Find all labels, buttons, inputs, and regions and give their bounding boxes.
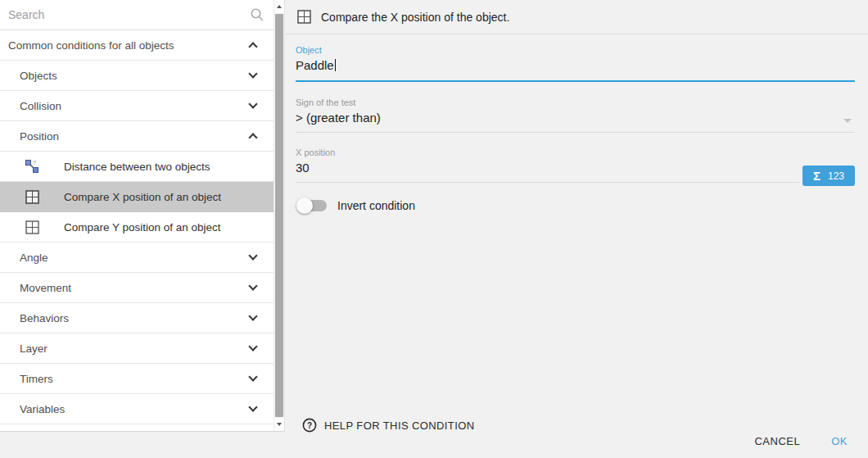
help-link[interactable]: ? HELP FOR THIS CONDITION <box>302 418 475 433</box>
sidebar-item-common-conditions[interactable]: Common conditions for all objects <box>0 30 274 61</box>
scrollbar-thumb[interactable] <box>275 14 283 417</box>
expression-editor-button[interactable]: Σ 123 <box>802 166 855 186</box>
text-caret <box>335 59 336 71</box>
invert-condition-row: Invert condition <box>296 199 855 212</box>
help-icon: ? <box>302 418 317 433</box>
search-icon <box>249 7 265 23</box>
condition-title: Compare the X position of the object. <box>321 11 509 24</box>
x-position-field-label: X position <box>296 147 799 157</box>
sidebar-item-behaviors[interactable]: Behaviors <box>0 303 274 333</box>
sidebar-scrollbar[interactable] <box>274 0 284 431</box>
search-bar <box>0 0 274 30</box>
compare-position-icon <box>297 10 311 24</box>
sidebar-item-position[interactable]: Position <box>0 121 274 152</box>
chevron-down-icon <box>248 342 257 351</box>
svg-text:?: ? <box>33 159 36 166</box>
object-field-group: Object Paddle <box>296 45 855 82</box>
chevron-down-icon <box>248 311 257 320</box>
chevron-down-icon <box>248 402 257 411</box>
chevron-down-icon <box>248 372 257 381</box>
sidebar-item-collision[interactable]: Collision <box>0 91 274 121</box>
x-position-underline <box>296 182 799 183</box>
object-field-input[interactable]: Paddle <box>296 58 855 73</box>
scroll-down-button[interactable] <box>274 418 284 431</box>
sidebar-item-compare-x-position[interactable]: Compare X position of an object <box>0 182 274 212</box>
sign-field-underline <box>296 132 855 133</box>
dialog-actions: CANCEL OK <box>753 430 849 452</box>
chevron-down-icon <box>248 69 257 78</box>
chevron-up-icon <box>248 133 257 142</box>
sidebar-item-angle[interactable]: Angle <box>0 243 274 273</box>
x-position-input[interactable]: 30 <box>296 161 799 175</box>
chevron-down-icon <box>248 251 257 260</box>
search-input[interactable] <box>8 8 249 21</box>
compare-position-icon <box>0 190 64 204</box>
chevron-down-icon <box>248 99 257 108</box>
scroll-up-button[interactable] <box>274 0 284 13</box>
sidebar-item-variables[interactable]: Variables <box>0 394 274 424</box>
object-field-underline <box>296 80 855 82</box>
distance-icon: ? <box>0 159 64 174</box>
sign-field-group: Sign of the test > (greater than) <box>296 97 855 133</box>
expression-button-label: 123 <box>828 170 844 182</box>
chevron-up-icon <box>248 42 257 51</box>
ok-button[interactable]: OK <box>830 430 849 452</box>
svg-text:?: ? <box>307 421 312 430</box>
cancel-button[interactable]: CANCEL <box>753 430 802 452</box>
compare-position-icon <box>0 220 64 234</box>
sidebar-item-movement[interactable]: Movement <box>0 273 274 303</box>
conditions-sidebar: Common conditions for all objects Object… <box>0 0 285 432</box>
sidebar-item-compare-y-position[interactable]: Compare Y position of an object <box>0 212 274 243</box>
sidebar-item-distance-between-objects[interactable]: ? Distance between two objects <box>0 152 274 182</box>
invert-condition-label: Invert condition <box>337 199 415 212</box>
sigma-icon: Σ <box>813 169 821 183</box>
sidebar-item-objects[interactable]: Objects <box>0 61 274 91</box>
sign-field-label: Sign of the test <box>296 97 855 107</box>
sidebar-item-layer[interactable]: Layer <box>0 333 274 364</box>
sidebar-item-timers[interactable]: Timers <box>0 364 274 394</box>
condition-editor-panel: Compare the X position of the object. Ob… <box>286 0 868 458</box>
help-label: HELP FOR THIS CONDITION <box>324 419 475 432</box>
object-field-label: Object <box>296 45 855 55</box>
x-position-field-group: X position 30 Σ 123 <box>296 147 855 183</box>
dropdown-arrow-icon[interactable] <box>843 119 852 123</box>
condition-header: Compare the X position of the object. <box>286 0 868 34</box>
sign-select[interactable]: > (greater than) <box>296 111 855 125</box>
invert-condition-toggle[interactable] <box>299 200 327 211</box>
chevron-down-icon <box>248 281 257 290</box>
